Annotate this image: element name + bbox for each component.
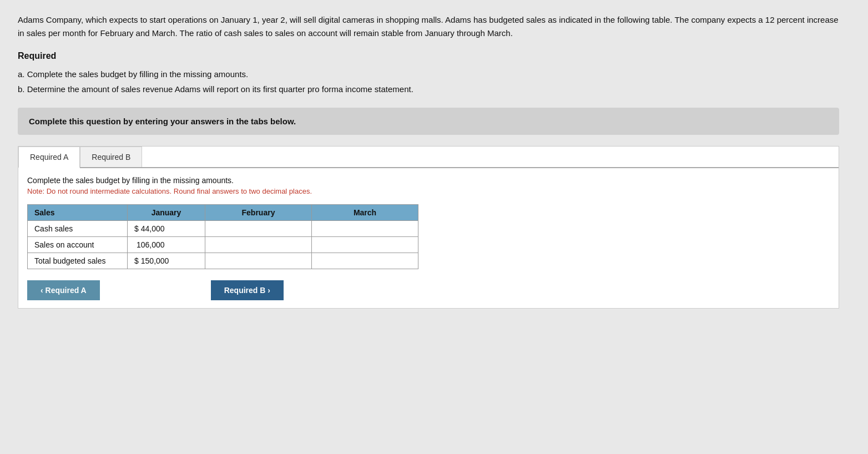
- sales-table: Sales January February March Cash sales …: [27, 204, 418, 269]
- sales-on-account-february-cell[interactable]: [205, 237, 312, 253]
- total-budgeted-sales-label: Total budgeted sales: [28, 253, 128, 269]
- tab-note: Note: Do not round intermediate calculat…: [27, 187, 830, 195]
- intro-text: Adams Company, which expects to start op…: [18, 13, 839, 40]
- nav-required-a-button[interactable]: ‹ Required A: [27, 280, 100, 300]
- cash-sales-dollar: $: [134, 224, 139, 233]
- sales-on-account-label: Sales on account: [28, 237, 128, 253]
- nav-right-label: Required B: [224, 286, 266, 295]
- sales-on-account-january-value: 106,000: [137, 240, 165, 249]
- col-header-march: March: [312, 205, 418, 221]
- instructions: a. Complete the sales budget by filling …: [18, 67, 850, 97]
- tabs-header: Required A Required B: [18, 147, 839, 168]
- left-chevron-icon: ‹: [41, 286, 43, 295]
- cash-sales-february-cell[interactable]: [205, 221, 312, 237]
- instruction-b: b. Determine the amount of sales revenue…: [18, 82, 850, 97]
- total-budgeted-sales-january: $ 150,000: [128, 253, 205, 269]
- tab-required-a[interactable]: Required A: [18, 147, 80, 168]
- table-row-sales-on-account: Sales on account 106,000: [28, 237, 418, 253]
- total-budgeted-sales-dollar: $: [134, 256, 139, 265]
- col-header-sales: Sales: [28, 205, 128, 221]
- total-budgeted-sales-march-input[interactable]: [312, 253, 418, 269]
- sales-on-account-february-input[interactable]: [205, 237, 311, 253]
- nav-left-label: Required A: [46, 286, 87, 295]
- total-budgeted-sales-march-cell[interactable]: [312, 253, 418, 269]
- complete-box: Complete this question by entering your …: [18, 108, 839, 135]
- complete-box-text: Complete this question by entering your …: [29, 117, 296, 126]
- tabs-container: Required A Required B Complete the sales…: [18, 146, 839, 309]
- table-row-total-budgeted-sales: Total budgeted sales $ 150,000: [28, 253, 418, 269]
- total-budgeted-sales-february-input[interactable]: [205, 253, 311, 269]
- tab-description: Complete the sales budget by filling in …: [27, 176, 830, 185]
- sales-on-account-march-input[interactable]: [312, 237, 418, 253]
- instruction-a: a. Complete the sales budget by filling …: [18, 67, 850, 82]
- cash-sales-january-value: 44,000: [141, 224, 165, 233]
- cash-sales-january: $ 44,000: [128, 221, 205, 237]
- total-budgeted-sales-january-value: 150,000: [141, 256, 169, 265]
- tab-content-area: Complete the sales budget by filling in …: [18, 168, 839, 308]
- navigation-buttons: ‹ Required A Required B ›: [27, 280, 830, 300]
- right-chevron-icon: ›: [268, 286, 270, 295]
- sales-on-account-january: 106,000: [128, 237, 205, 253]
- required-heading: Required: [18, 51, 850, 61]
- nav-required-b-button[interactable]: Required B ›: [211, 280, 284, 300]
- table-row-cash-sales: Cash sales $ 44,000: [28, 221, 418, 237]
- col-header-january: January: [128, 205, 205, 221]
- sales-on-account-march-cell[interactable]: [312, 237, 418, 253]
- cash-sales-february-input[interactable]: [205, 221, 311, 236]
- cash-sales-label: Cash sales: [28, 221, 128, 237]
- col-header-february: February: [205, 205, 312, 221]
- cash-sales-march-cell[interactable]: [312, 221, 418, 237]
- cash-sales-march-input[interactable]: [312, 221, 418, 236]
- total-budgeted-sales-february-cell[interactable]: [205, 253, 312, 269]
- tab-required-b[interactable]: Required B: [80, 147, 142, 167]
